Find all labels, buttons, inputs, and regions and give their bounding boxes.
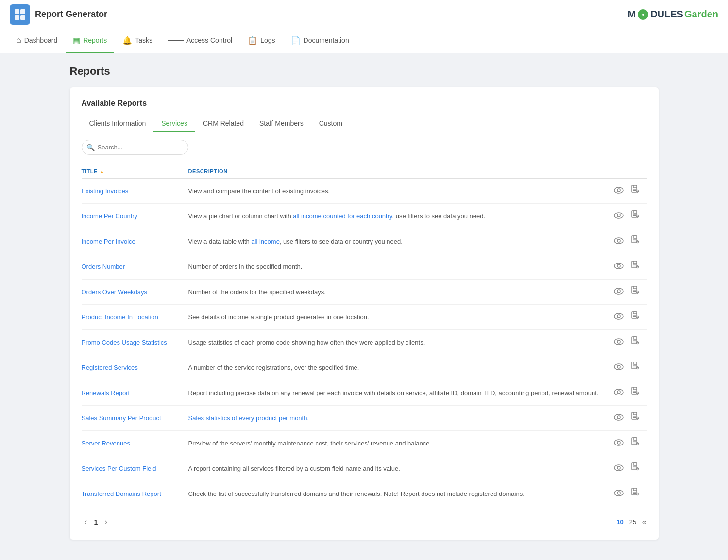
- export-button[interactable]: [629, 436, 641, 450]
- view-button[interactable]: [612, 285, 626, 299]
- tab-clients-information[interactable]: Clients Information: [82, 115, 154, 132]
- page-size-10[interactable]: 10: [616, 518, 623, 526]
- reports-table: TITLE ▲ DESCRIPTION Existing Invoices Vi…: [82, 165, 647, 506]
- svg-point-82: [617, 466, 620, 469]
- export-button[interactable]: [629, 335, 641, 349]
- report-title-cell: Server Revenues: [82, 431, 188, 456]
- table-row: Income Per Invoice View a data table wit…: [82, 229, 647, 254]
- report-title-cell: Renewals Report: [82, 380, 188, 406]
- export-button[interactable]: [629, 310, 641, 324]
- tab-crm-related[interactable]: CRM Related: [195, 115, 252, 132]
- report-title-cell: Product Income In Location: [82, 305, 188, 330]
- report-actions-cell: [608, 229, 647, 254]
- view-button[interactable]: [612, 361, 626, 375]
- search-input[interactable]: [82, 140, 188, 155]
- svg-point-46: [614, 339, 623, 345]
- nav-item-documentation[interactable]: 📄 Documentation: [284, 29, 356, 53]
- view-button[interactable]: [612, 386, 626, 400]
- next-page-button[interactable]: ›: [102, 516, 110, 528]
- report-desc-cell: A number of the service registrations, o…: [188, 355, 608, 380]
- nav-item-tasks[interactable]: 🔔 Tasks: [116, 29, 159, 53]
- view-button[interactable]: [612, 209, 626, 223]
- prev-page-button[interactable]: ‹: [82, 516, 90, 528]
- svg-point-18: [614, 238, 623, 244]
- sort-asc-icon: ▲: [100, 169, 104, 174]
- svg-rect-2: [15, 15, 19, 20]
- svg-rect-35: [633, 286, 637, 289]
- page-size-25[interactable]: 25: [629, 518, 636, 526]
- report-desc-cell: View a data table with all income, use f…: [188, 229, 608, 254]
- svg-point-74: [614, 440, 623, 445]
- page-title: Reports: [70, 65, 659, 78]
- svg-rect-56: [633, 362, 637, 364]
- table-row: Existing Invoices View and compare the c…: [82, 179, 647, 204]
- nav-item-logs[interactable]: 📋 Logs: [241, 29, 282, 53]
- view-button[interactable]: [612, 411, 626, 425]
- report-title: Renewals Report: [82, 389, 130, 396]
- report-title-link[interactable]: Income Per Invoice: [82, 238, 135, 245]
- pagination-controls: ‹ 1 ›: [82, 516, 111, 528]
- report-actions-cell: [608, 431, 647, 456]
- svg-point-39: [614, 313, 623, 319]
- nav-label-logs: Logs: [260, 36, 275, 44]
- report-desc-cell: Report including precise data on any ren…: [188, 380, 608, 406]
- report-desc-cell: View and compare the content of existing…: [188, 179, 608, 204]
- view-button[interactable]: [612, 234, 626, 248]
- table-row: Server Revenues Preview of the servers' …: [82, 431, 647, 456]
- svg-rect-14: [633, 211, 637, 213]
- pagination-size: 10 25 ∞: [616, 518, 646, 526]
- reports-icon: ▦: [73, 36, 80, 45]
- report-actions-cell: [608, 330, 647, 355]
- view-button[interactable]: [612, 184, 626, 198]
- svg-rect-3: [20, 15, 25, 20]
- svg-point-88: [614, 490, 623, 496]
- report-title-link[interactable]: Sales Summary Per Product: [82, 414, 161, 422]
- export-button[interactable]: [629, 386, 641, 400]
- report-actions-cell: [608, 280, 647, 305]
- svg-rect-70: [633, 412, 637, 415]
- svg-point-54: [617, 365, 620, 368]
- svg-point-33: [617, 290, 620, 293]
- export-button[interactable]: [629, 361, 641, 375]
- view-button[interactable]: [612, 461, 626, 476]
- doc-icon: 📄: [291, 36, 301, 45]
- nav-label-tasks: Tasks: [135, 36, 152, 44]
- view-button[interactable]: [612, 335, 626, 349]
- nav-label-documentation: Documentation: [304, 36, 349, 44]
- view-button[interactable]: [612, 260, 626, 274]
- view-button[interactable]: [612, 436, 626, 450]
- svg-point-61: [617, 391, 620, 394]
- export-button[interactable]: [629, 487, 641, 501]
- report-title-link[interactable]: Existing Invoices: [82, 187, 129, 195]
- page-size-more[interactable]: ∞: [642, 518, 646, 526]
- view-button[interactable]: [612, 487, 626, 501]
- nav-bar: ⌂ Dashboard ▦ Reports 🔔 Tasks —— Access …: [0, 29, 728, 53]
- table-row: Promo Codes Usage Statistics Usage stati…: [82, 330, 647, 355]
- report-actions-cell: [608, 204, 647, 229]
- report-actions-cell: [608, 380, 647, 406]
- export-button[interactable]: [629, 260, 641, 274]
- view-button[interactable]: [612, 310, 626, 324]
- report-title: Server Revenues: [82, 440, 130, 447]
- nav-item-access-control[interactable]: —— Access Control: [161, 29, 239, 53]
- tab-services[interactable]: Services: [153, 115, 195, 132]
- svg-point-68: [617, 416, 620, 419]
- tab-custom[interactable]: Custom: [311, 115, 350, 132]
- export-button[interactable]: [629, 411, 641, 425]
- export-button[interactable]: [629, 234, 641, 248]
- export-button[interactable]: [629, 461, 641, 476]
- svg-point-26: [617, 264, 620, 267]
- export-button[interactable]: [629, 285, 641, 299]
- export-button[interactable]: [629, 184, 641, 198]
- report-title-link[interactable]: Income Per Country: [82, 213, 138, 220]
- export-button[interactable]: [629, 209, 641, 223]
- svg-point-53: [614, 364, 623, 370]
- logs-icon: 📋: [248, 36, 257, 45]
- home-icon: ⌂: [17, 36, 21, 45]
- tab-staff-members[interactable]: Staff Members: [252, 115, 311, 132]
- search-wrapper: 🔍: [82, 140, 188, 155]
- svg-point-89: [617, 492, 620, 494]
- nav-item-dashboard[interactable]: ⌂ Dashboard: [10, 29, 64, 53]
- report-desc-cell: Number of orders in the specified month.: [188, 254, 608, 280]
- nav-item-reports[interactable]: ▦ Reports: [66, 29, 114, 53]
